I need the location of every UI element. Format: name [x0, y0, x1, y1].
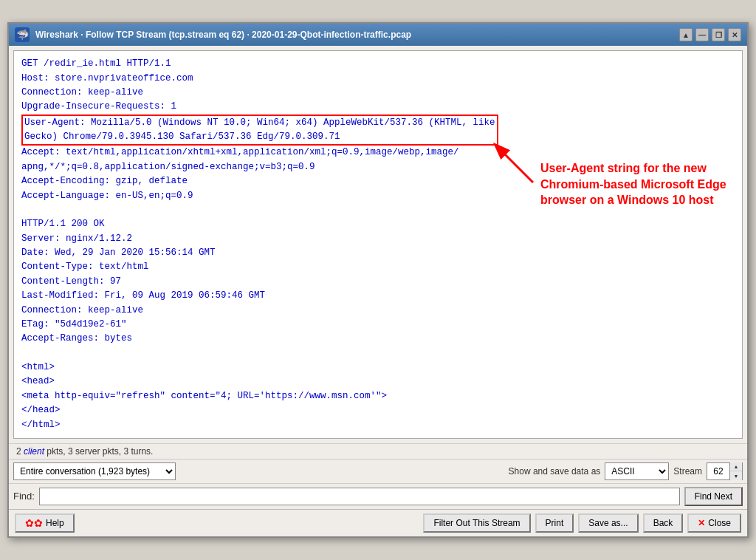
line-21: <head>: [21, 375, 735, 389]
show-save-label: Show and save data as: [509, 466, 601, 477]
line-12: Server: nginx/1.12.2: [21, 232, 735, 246]
close-label: Close: [708, 518, 731, 528]
line-14: Content-Type: text/html: [21, 260, 735, 274]
line-blank1: [21, 203, 735, 217]
restore-button[interactable]: ❐: [712, 28, 725, 41]
stream-spinbox: 62 ▲ ▼: [707, 462, 743, 480]
help-button[interactable]: ✿✿ Help: [15, 513, 75, 533]
buttons-row: ✿✿ Help Filter Out This Stream Print Sav…: [9, 509, 747, 536]
close-button[interactable]: ✕ Close: [687, 513, 741, 533]
line-11: HTTP/1.1 200 OK: [21, 217, 735, 231]
title-bar: 🦈 Wireshark · Follow TCP Stream (tcp.str…: [9, 24, 747, 46]
minimize-button[interactable]: ▲: [679, 28, 693, 41]
user-agent-highlight: User-Agent: Mozilla/5.0 (Windows NT 10.0…: [21, 115, 498, 146]
wireshark-icon: 🦈: [15, 27, 30, 42]
back-button[interactable]: Back: [643, 513, 684, 533]
conversation-select[interactable]: Entire conversation (1,923 bytes): [13, 462, 176, 480]
status-bar: 2 client pkts, 3 server pkts, 3 turns.: [9, 443, 747, 459]
print-button[interactable]: Print: [535, 513, 574, 533]
line-20: <html>: [21, 361, 735, 375]
line-9: Accept-Encoding: gzip, deflate: [21, 174, 735, 188]
stream-arrows: ▲ ▼: [729, 462, 742, 480]
find-row: Find: Find Next: [9, 483, 747, 509]
stream-value: 62: [707, 466, 729, 477]
client-pkts-label: client: [24, 446, 44, 457]
line-15: Content-Length: 97: [21, 275, 735, 289]
line-7: Accept: text/html,application/xhtml+xml,…: [21, 146, 735, 160]
find-input[interactable]: [39, 488, 680, 505]
main-window: 🦈 Wireshark · Follow TCP Stream (tcp.str…: [7, 22, 749, 538]
line-5-highlighted: User-Agent: Mozilla/5.0 (Windows NT 10.0…: [21, 115, 735, 146]
close-window-button[interactable]: ✕: [728, 28, 741, 41]
maximize-button[interactable]: —: [695, 28, 709, 41]
stream-label: Stream: [673, 466, 702, 477]
line-10: Accept-Language: en-US,en;q=0.9: [21, 189, 735, 203]
filter-out-button[interactable]: Filter Out This Stream: [423, 513, 530, 533]
stream-decrement-button[interactable]: ▼: [730, 471, 742, 480]
stream-increment-button[interactable]: ▲: [730, 462, 742, 472]
line-17: Connection: keep-alive: [21, 304, 735, 318]
tcp-stream-content[interactable]: GET /redir_ie.html HTTP/1.1 Host: store.…: [13, 50, 743, 439]
line-2: Host: store.nvprivateoffice.com: [21, 72, 735, 86]
window-title: Wireshark · Follow TCP Stream (tcp.strea…: [35, 30, 411, 40]
line-3: Connection: keep-alive: [21, 86, 735, 100]
line-24: </html>: [21, 418, 735, 432]
line-1: GET /redir_ie.html HTTP/1.1: [21, 57, 735, 71]
help-label: Help: [46, 518, 64, 528]
line-19: Accept-Ranges: bytes: [21, 332, 735, 346]
line-16: Last-Modified: Fri, 09 Aug 2019 06:59:46…: [21, 289, 735, 303]
line-22: <meta http-equiv="refresh" content="4; U…: [21, 389, 735, 403]
find-next-button[interactable]: Find Next: [684, 487, 743, 506]
close-x-icon: ✕: [698, 518, 705, 528]
help-icon: ✿✿: [25, 517, 43, 529]
line-18: ETag: "5d4d19e2-61": [21, 318, 735, 332]
encoding-select[interactable]: ASCII EBCDIC Hex Dump C Arrays Raw: [605, 462, 669, 480]
line-23: </head>: [21, 403, 735, 417]
line-4: Upgrade-Insecure-Requests: 1: [21, 100, 735, 114]
line-8: apng,*/*;q=0.8,application/signed-exchan…: [21, 160, 735, 174]
toolbar-row: Entire conversation (1,923 bytes) Show a…: [9, 459, 747, 483]
save-as-button[interactable]: Save as...: [578, 513, 638, 533]
find-label: Find:: [13, 491, 35, 502]
title-bar-controls: ▲ — ❐ ✕: [679, 28, 741, 41]
line-13: Date: Wed, 29 Jan 2020 15:56:14 GMT: [21, 246, 735, 260]
title-bar-left: 🦈 Wireshark · Follow TCP Stream (tcp.str…: [15, 27, 411, 42]
line-blank2: [21, 346, 735, 361]
